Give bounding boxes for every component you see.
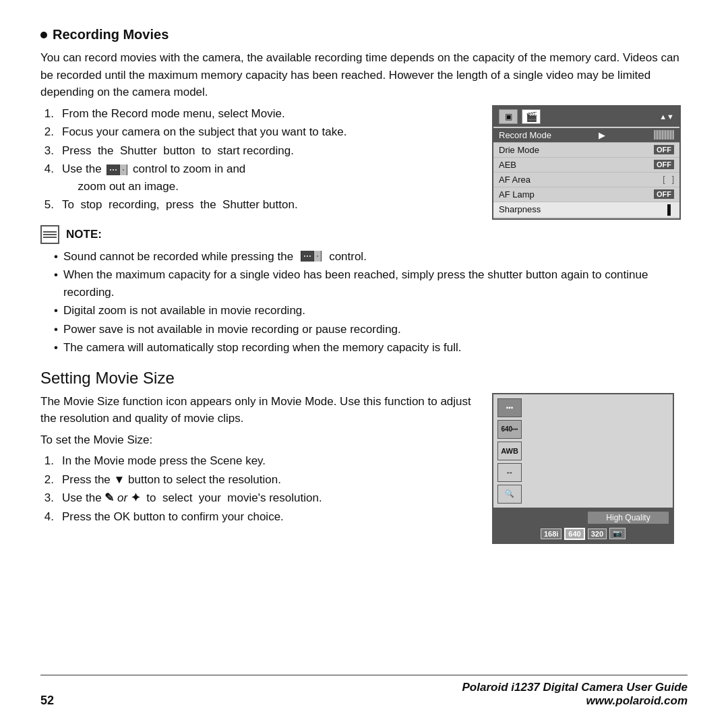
cam2-640-row: 640▪▪▪ [497,420,669,439]
record-mode-pattern [654,130,674,140]
steps-left: 1. From the Record mode menu, select Mov… [40,105,479,220]
cam2-awb-icon: AWB [497,442,522,460]
cam2-res-other: 📷 [609,528,626,539]
movie-icon: 🎬 [526,111,537,122]
section-title-text: Recording Movies [53,27,169,42]
sharpness-icon: ▌ [667,204,674,215]
footer-title: Polaroid i1237 Digital Camera User Guide [462,681,688,694]
cam2-arrow-icon: ↔ [497,463,522,482]
setting-left: The Movie Size function icon appears onl… [40,393,479,544]
note-bullet-1: Sound cannot be recorded while pressing … [54,248,688,266]
camera-header-icons: ▣ 🎬 [499,109,541,124]
setting-steps-list: 1. In the Movie mode press the Scene key… [40,452,479,525]
camera-header: ▣ 🎬 ▲▼ [493,107,679,127]
menu-row-record-mode: Record Mode ▶ [493,128,679,143]
cam2-zoom-icon: 🔍 [497,485,522,504]
cam2-resolutions: 168i 640 320 📷 [497,528,669,540]
menu-row-aeb: AEB OFF [493,158,679,173]
footer: 52 Polaroid i1237 Digital Camera User Gu… [40,675,688,708]
note-header: NOTE: [40,225,688,244]
step-5: 5. To stop recording, press the Shutter … [40,196,479,214]
setting-step-2: 2. Press the ▼ button to select the reso… [40,471,479,489]
note-bullets: Sound cannot be recorded while pressing … [40,248,688,357]
menu-row-drie-mode: Drie Mode OFF [493,143,679,158]
cam2-bottom: High Quality 168i 640 320 📷 [493,508,673,543]
menu-row-sharpness: Sharpness ▌ [493,202,679,217]
camera2-ui-panel: ▪▪▪ 640▪▪▪ AWB [492,393,688,544]
record-mode-arrow: ▶ [599,130,605,140]
movie-icon-box: 🎬 [522,109,541,124]
cam2-awb-row: AWB [497,442,669,460]
camera-menu-rows: Record Mode ▶ Drie Mode OFF AEB OFF [493,127,679,218]
step-2: 2. Focus your camera on the subject that… [40,123,479,141]
setting-movie-size-section: Setting Movie Size The Movie Size functi… [40,365,688,547]
cam2-film-icon: ▪▪▪ [497,398,522,417]
setting-step-3: 3. Use the ✎ or ✦ to select your movie's… [40,489,479,507]
cam2-res-168: 168i [541,528,562,539]
camera-nav-arrows: ▲▼ [659,113,674,121]
note-bullet-5: The camera will automatically stop recor… [54,339,688,357]
camera-ui-panel: ▣ 🎬 ▲▼ Record Mode ▶ [492,105,688,220]
step-1: 1. From the Record mode menu, select Mov… [40,105,479,123]
menu-row-af-lamp: AF Lamp OFF [493,187,679,202]
zoom-control-note-icon [301,248,322,266]
setting-movie-content: The Movie Size function icon appears onl… [40,393,688,544]
footer-url: www.polaroid.com [462,694,688,708]
camera-icon: ▣ [505,112,512,121]
steps-list: 1. From the Record mode menu, select Mov… [40,105,479,214]
note-label: NOTE: [66,228,102,241]
cam2-hq-label: High Quality [588,512,669,524]
camera2-ui: ▪▪▪ 640▪▪▪ AWB [492,393,674,544]
bullet-icon [40,32,47,38]
note-section: NOTE: Sound cannot be recorded while pre… [40,225,688,357]
setting-to-set: To set the Movie Size: [40,431,479,449]
setting-step-4: 4. Press the OK button to confirm your c… [40,508,479,526]
recording-movies-content: 1. From the Record mode menu, select Mov… [40,105,688,220]
menu-row-af-area: AF Area [ ] [493,173,679,187]
note-bullet-3: Digital zoom is not available in movie r… [54,302,688,320]
step-3: 3. Press the Shutter button to start rec… [40,142,479,160]
cam2-film-row: ▪▪▪ [497,398,669,417]
page: Recording Movies You can record movies w… [0,0,728,728]
camera-menu-ui: ▣ 🎬 ▲▼ Record Mode ▶ [492,105,681,220]
cam2-arrow-row: ↔ [497,463,669,482]
setting-intro: The Movie Size function icon appears onl… [40,393,479,427]
note-icon-box [40,225,59,244]
footer-right: Polaroid i1237 Digital Camera User Guide… [462,681,688,708]
page-number: 52 [40,694,54,708]
note-bullet-4: Power save is not available in movie rec… [54,321,688,338]
cam2-zoom-row: 🔍 [497,485,669,504]
camera-icon-box: ▣ [499,109,518,124]
recording-movies-section: Recording Movies You can record movies w… [40,27,688,365]
cam2-640-icon: 640▪▪▪ [497,420,522,439]
cam2-res-320: 320 [588,528,607,539]
cam2-res-640: 640 [564,528,584,540]
cam2-icons: ▪▪▪ 640▪▪▪ AWB [493,394,673,508]
setting-movie-size-title: Setting Movie Size [40,369,688,388]
recording-movies-intro: You can record movies with the camera, t… [40,49,688,101]
step-4: 4. Use the [40,160,479,195]
recording-movies-title: Recording Movies [40,27,688,42]
zoom-control-icon [107,164,127,175]
setting-step-1: 1. In the Movie mode press the Scene key… [40,452,479,470]
note-bullet-2: When the maximum capacity for a single v… [54,266,688,301]
